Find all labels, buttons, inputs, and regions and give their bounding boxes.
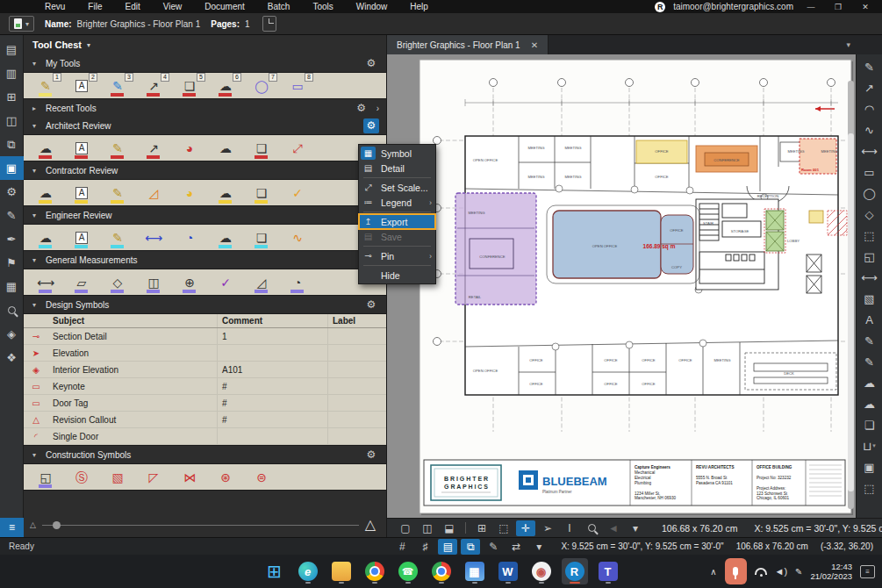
tool-angle[interactable]: ◿ — [251, 272, 272, 293]
section-expand-icon[interactable]: › — [376, 104, 379, 113]
table-row-interior-elevation[interactable]: ◈Interior ElevationA101 — [24, 362, 386, 378]
tool-radius[interactable]: ◔ — [287, 272, 308, 293]
section-general-measurements[interactable]: ▾General Measurements⚙ — [24, 251, 386, 269]
menu-revu[interactable]: Revu — [33, 2, 76, 11]
panel-signatures-icon[interactable]: ✒ — [0, 227, 24, 251]
text-box-tool-icon[interactable]: A — [858, 309, 881, 330]
tool-text-box[interactable]: A — [71, 227, 92, 248]
tool-cloud[interactable]: ☁ — [215, 183, 236, 204]
taskbar-revu[interactable]: R — [562, 558, 588, 584]
view-more-button[interactable]: ▾ — [626, 520, 645, 536]
tool-diagonal-box[interactable]: ◸ — [143, 467, 164, 488]
page-setup-button[interactable]: ⊞ — [472, 520, 491, 536]
clock[interactable]: 12:43 21/02/2023 — [810, 562, 852, 581]
tool-pie-chart[interactable]: ◕ — [179, 138, 200, 159]
tool-ellipse[interactable]: ◯7 — [251, 75, 272, 97]
pen-mode-button[interactable]: ✎ — [484, 539, 503, 555]
tray-expand-icon[interactable]: ∧ — [710, 567, 716, 577]
two-page-view-button[interactable]: ◫ — [418, 520, 437, 536]
tool-polyline[interactable]: ∿ — [287, 227, 308, 248]
taskbar-file-explorer[interactable] — [328, 558, 355, 584]
dimension-tool-icon[interactable]: ⟷ — [858, 140, 881, 161]
tool-hatch-circle[interactable]: ⊜ — [251, 467, 272, 488]
icon-size-slider[interactable]: △ △ — [30, 517, 376, 533]
select-text-button[interactable]: I — [560, 520, 579, 536]
slider-handle[interactable] — [53, 521, 61, 529]
tool-length[interactable]: ⟷ — [35, 272, 56, 293]
menu-item-set-scale[interactable]: ⤢Set Scale... — [359, 180, 435, 195]
panel-tool-chest-icon[interactable]: ▣ — [0, 156, 24, 180]
menu-batch[interactable]: Batch — [256, 2, 302, 11]
table-row-section-detail[interactable]: ⊸Section Detail1 — [24, 328, 386, 345]
microphone-icon[interactable] — [725, 558, 747, 584]
tool-pie-chart[interactable]: ◔ — [179, 227, 200, 248]
tool-bowtie[interactable]: ⋈ — [179, 467, 200, 488]
arrow-tool-icon[interactable]: ↗ — [858, 77, 881, 98]
split-view-button[interactable]: ⬓ — [440, 520, 459, 536]
table-row-single-door[interactable]: ◜Single Door — [24, 428, 386, 445]
section-construction-symbols[interactable]: ▾Construction Symbols⚙ — [24, 446, 386, 463]
tool-text-box[interactable]: A — [71, 183, 92, 204]
polyline-tool-icon[interactable]: ∿ — [858, 119, 881, 140]
pan-button[interactable]: ✛ — [516, 520, 535, 536]
table-row-elevation[interactable]: ➤Elevation — [24, 345, 386, 362]
tool-cloud-plus[interactable]: ☁ — [35, 227, 56, 248]
menu-window[interactable]: Window — [345, 2, 399, 11]
taskbar-whatsapp[interactable]: ☎ — [395, 558, 421, 584]
rectangle-tool-icon[interactable]: ▭ — [858, 161, 881, 183]
tool-highlighter[interactable]: ✎1 — [35, 75, 56, 97]
menu-edit[interactable]: Edit — [113, 2, 151, 11]
tool-slope[interactable]: ◿ — [143, 183, 164, 204]
panel-thumbnails-icon[interactable]: ⊞ — [0, 85, 24, 109]
tool-s-symbol[interactable]: Ⓢ — [71, 467, 92, 488]
pen-icon[interactable]: ✎ — [795, 567, 802, 577]
panel-title[interactable]: Tool Chest ▾ — [24, 35, 386, 54]
cloud-plus-tool-icon[interactable]: ☁ — [858, 372, 881, 393]
stamp-tool-icon[interactable]: ⊔▾ — [858, 435, 881, 456]
tab-list-dropdown-icon[interactable]: ▾ — [846, 40, 882, 49]
status-more-button[interactable]: ▾ — [529, 539, 549, 555]
pen-blue-tool-icon[interactable]: ✎ — [858, 351, 881, 372]
tool-cloud[interactable]: ☁6 — [215, 75, 236, 97]
canvas-scrollbar[interactable] — [848, 81, 854, 509]
taskbar-photos[interactable]: ▦ — [462, 558, 488, 584]
tool-arrow[interactable]: ↗4 — [143, 75, 164, 97]
minimize-button[interactable]: — — [801, 3, 821, 11]
panel-properties-icon[interactable]: ▥ — [0, 61, 24, 85]
polygon-tool-icon[interactable]: ◇ — [858, 204, 881, 225]
scrollbar-thumb[interactable] — [848, 133, 854, 491]
section-gear-icon[interactable]: ⚙ — [363, 448, 379, 463]
section-contractor-review[interactable]: ▾Contractor Review — [24, 161, 386, 179]
tool-text-note[interactable]: A2 — [71, 75, 92, 97]
tool-rectangle[interactable]: ▭8 — [287, 75, 308, 97]
highlight-tool-icon[interactable]: ✎ — [858, 330, 881, 351]
tool-cloud[interactable]: ☁ — [215, 227, 236, 248]
length-tool-icon[interactable]: ⟷ — [858, 267, 881, 288]
zoom-button[interactable] — [582, 520, 601, 536]
tool-cloud-plus[interactable]: ☁ — [35, 183, 56, 204]
tool-callout[interactable]: ❏5 — [179, 75, 200, 97]
menu-item-legend[interactable]: ≔Legend› — [359, 195, 435, 210]
panel-search-icon[interactable] — [0, 298, 24, 322]
menu-item-pin[interactable]: ⊸Pin› — [359, 248, 435, 263]
menu-item-export[interactable]: ↥Export — [359, 214, 435, 229]
section-my-tools[interactable]: ▾My Tools⚙ — [24, 54, 386, 72]
markups-list-icon[interactable]: ≡ — [0, 518, 24, 537]
tool-highlight[interactable]: ✎ — [107, 183, 128, 204]
sync-views-button[interactable]: ⧉ — [461, 539, 480, 555]
action-center-icon[interactable]: ≡ — [860, 565, 875, 578]
account-email[interactable]: taimoor@brightergraphics.com — [673, 2, 793, 11]
taskbar-chrome-2[interactable] — [428, 558, 455, 584]
tool-area[interactable]: ▱ — [71, 272, 92, 293]
menu-view[interactable]: View — [152, 2, 194, 11]
tool-cloud-plus[interactable]: ☁ — [35, 138, 56, 159]
page-setup-button[interactable] — [262, 16, 276, 32]
markup-text[interactable]: Room 001 — [801, 168, 820, 172]
tool-x-box[interactable]: ▧ — [107, 467, 128, 488]
table-row-keynote[interactable]: ▭Keynote# — [24, 378, 386, 395]
pdf-canvas[interactable]: B R I G H T E R G R A P H I C S BLUEBEAM… — [387, 54, 856, 518]
section-gear-icon[interactable]: ⚙ — [363, 56, 379, 71]
select-button[interactable]: ➢ — [538, 520, 557, 536]
markup-text[interactable]: 166.89 sq m — [643, 243, 676, 250]
table-row-revision-callout[interactable]: △Revision Callout# — [24, 412, 386, 428]
